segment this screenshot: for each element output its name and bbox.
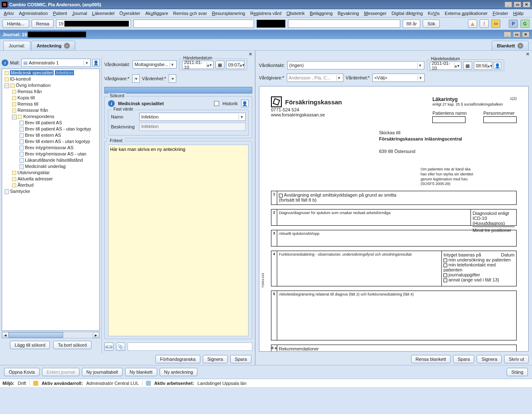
calendar-icon[interactable]: ▦: [463, 62, 472, 70]
menu-kovis[interactable]: KoVis: [426, 10, 442, 17]
mall-combo[interactable]: ▤Administrativ 1▾: [21, 59, 91, 67]
tree-item[interactable]: Brev till extern AS: [25, 133, 61, 138]
person-icon[interactable]: 👤: [92, 59, 100, 67]
link-icon[interactable]: ⊂⊃: [104, 343, 113, 351]
tree-item[interactable]: Brev intyg/remissvar AS - utan: [25, 151, 86, 156]
sub-minimize-icon[interactable]: _: [504, 32, 511, 37]
collapse-icon[interactable]: −: [5, 84, 9, 88]
tree-item[interactable]: Återbud: [17, 182, 34, 187]
print-button[interactable]: Skriv ut: [504, 355, 529, 363]
tree-item[interactable]: Samtycke: [10, 189, 30, 194]
personnummer-box[interactable]: [483, 116, 517, 123]
template-tree[interactable]: Medicinsk specialitet Infektion ID-kontr…: [2, 69, 100, 331]
attachment-icon[interactable]: 📎: [116, 343, 125, 351]
menu-läkemedel[interactable]: Läkemedel: [90, 10, 117, 17]
tree-item[interactable]: Läkarutlåtande hälsotillstånd: [25, 158, 83, 163]
ny-anteckning-button[interactable]: Ny anteckning: [160, 368, 198, 376]
person-icon[interactable]: 👤: [494, 62, 501, 69]
add-keyword-button[interactable]: Lägg till sökord: [10, 341, 50, 349]
tree-item[interactable]: Brev till patient AS: [25, 120, 62, 125]
horizontal-scrollbar[interactable]: ◂▸: [2, 332, 100, 338]
menu-översikter[interactable]: Översikter: [117, 10, 142, 17]
menu-messenger[interactable]: Messenger: [362, 10, 389, 17]
namn-combo[interactable]: Infektion▾: [139, 113, 246, 121]
checkbox[interactable]: [443, 259, 447, 262]
p-button[interactable]: P: [509, 20, 518, 28]
close-panel-icon[interactable]: ✕: [249, 52, 252, 57]
stang-button[interactable]: Stäng: [507, 368, 528, 376]
r-vardenhet-combo[interactable]: <Välj>▾: [372, 74, 425, 82]
open-kovis-button[interactable]: Öppna Kovis: [4, 368, 39, 376]
menu-fönster[interactable]: Fönster: [490, 10, 510, 17]
tree-item[interactable]: Remissvar från: [17, 108, 48, 113]
clear-form-button[interactable]: Rensa blankett: [411, 355, 451, 363]
minimize-icon[interactable]: _: [505, 2, 512, 7]
preview-button[interactable]: Förhandsgranska: [155, 355, 200, 363]
menu-obstetrik[interactable]: Obstetrik: [284, 10, 307, 17]
menu-journal[interactable]: Journal: [70, 10, 89, 17]
sub-maximize-icon[interactable]: ▭: [513, 32, 520, 37]
tree-item[interactable]: Medicinsk specialitet: [10, 70, 54, 75]
tree-item[interactable]: Medicinskt underlag: [25, 164, 66, 169]
note-icon[interactable]: ▭: [491, 20, 500, 28]
menu-arkiv[interactable]: Arkiv: [2, 10, 16, 17]
checkbox[interactable]: [279, 194, 283, 197]
tab-journal[interactable]: Journal:: [3, 41, 30, 50]
menu-externa-applikationer[interactable]: Externa applikationer: [443, 10, 490, 17]
menu-registrera-vård[interactable]: Registrera vård: [248, 10, 283, 17]
ny-journaltabell-button[interactable]: Ny journaltabell: [82, 368, 123, 376]
date-field[interactable]: 2011-01-10▴▾: [182, 61, 214, 69]
vardkontakt-combo[interactable]: Mottagningsbe...▾: [133, 60, 177, 69]
patient-id-field[interactable]: 19: [56, 20, 131, 28]
warning-icon[interactable]: ▲: [468, 20, 477, 28]
tree-item[interactable]: Remiss till: [17, 101, 38, 106]
ny-blankett-button[interactable]: Ny blankett: [125, 368, 157, 376]
fetch-button[interactable]: Hämta...: [2, 20, 29, 28]
tree-item[interactable]: Korrespondens: [23, 114, 54, 119]
attachment-field[interactable]: [128, 343, 252, 351]
r-time-field[interactable]: 08:56▴▾: [474, 62, 492, 70]
sign-button[interactable]: Signera: [203, 355, 228, 363]
sub-close-icon[interactable]: ✕: [522, 32, 530, 37]
save-form-button[interactable]: Spara: [453, 355, 474, 363]
vardenhet-combo[interactable]: ▾: [169, 74, 176, 83]
remove-keyword-button[interactable]: Ta bort sökord: [53, 341, 91, 349]
extra-field[interactable]: [288, 20, 400, 28]
save-button[interactable]: Spara: [230, 355, 251, 363]
menu-patient[interactable]: Patient: [51, 10, 69, 17]
form-preview[interactable]: 1(2) 72631103 Försäkringskassan 0771-524…: [259, 86, 529, 352]
menu-administration[interactable]: Administration: [17, 10, 50, 17]
tree-item[interactable]: Brev till patient AS - utan logotyp: [25, 126, 91, 131]
tree-item[interactable]: Aktuella adresser: [17, 176, 53, 181]
r-date-field[interactable]: 2011-01-10▴▾: [430, 62, 461, 70]
tree-item[interactable]: Brev intyg/remissvar AS: [25, 145, 74, 150]
menu-beläggning[interactable]: Beläggning: [308, 10, 335, 17]
tab-anteckning[interactable]: Anteckning»: [31, 41, 75, 50]
menu-resursplanering[interactable]: Resursplanering: [210, 10, 247, 17]
tree-item[interactable]: Kopia till: [17, 95, 35, 100]
info-icon[interactable]: i: [2, 59, 8, 66]
time-field[interactable]: 09:07▴▾: [226, 61, 244, 69]
vardgivare-combo[interactable]: ▾: [132, 74, 140, 83]
alert-icon[interactable]: !: [480, 20, 489, 28]
collapse-icon[interactable]: −: [12, 115, 17, 119]
tab-blankett[interactable]: Blankett«: [492, 41, 529, 50]
patient-name-field[interactable]: [133, 20, 254, 28]
clear-button[interactable]: Rensa: [32, 20, 54, 28]
tree-item[interactable]: ID-kontroll: [10, 76, 31, 81]
close-panel-icon[interactable]: ✕: [526, 52, 530, 57]
calendar-icon[interactable]: ▦: [215, 61, 224, 69]
patient-name-box[interactable]: [432, 116, 466, 123]
historik-checkbox[interactable]: [214, 101, 219, 106]
menu-hjälp[interactable]: Hjälp: [511, 10, 526, 17]
g-button[interactable]: G: [520, 20, 530, 28]
tree-item[interactable]: Övrig information: [16, 83, 51, 88]
menu-bevakning[interactable]: Bevakning: [335, 10, 361, 17]
r-vardgivare-combo[interactable]: Andersson , Pia, C...▾: [287, 74, 343, 82]
menu-digital-diktering[interactable]: Digital diktering: [389, 10, 425, 17]
close-icon[interactable]: ✕: [523, 2, 530, 7]
menu-remiss-och-svar[interactable]: Remiss och svar: [171, 10, 209, 17]
tree-item[interactable]: Brev till extern AS - utan logotyp: [25, 139, 90, 144]
sign-form-button[interactable]: Signera: [477, 355, 502, 363]
checkbox[interactable]: [443, 264, 447, 267]
